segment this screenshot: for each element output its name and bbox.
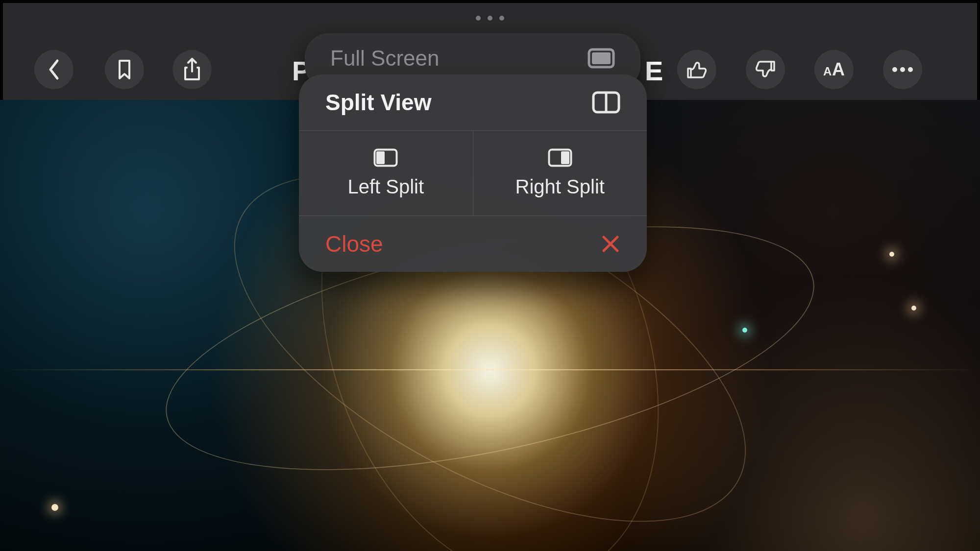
decorative-spark (911, 306, 916, 311)
dislike-button[interactable] (746, 50, 785, 89)
split-view-label: Split View (325, 89, 431, 116)
left-split-option[interactable]: Left Split (299, 131, 473, 216)
title-fragment: E (645, 55, 664, 87)
text-size-icon: A A (820, 60, 848, 79)
thumbs-down-icon (755, 59, 776, 80)
svg-rect-11 (376, 151, 385, 164)
right-split-icon (548, 148, 572, 167)
decorative-spark (742, 328, 747, 333)
bookmark-icon (117, 59, 132, 80)
multitasking-handle[interactable] (476, 16, 504, 21)
svg-rect-7 (592, 52, 611, 64)
ellipsis-icon (892, 67, 913, 72)
bookmark-button[interactable] (105, 50, 144, 89)
left-split-label: Left Split (347, 176, 424, 198)
full-screen-icon (588, 48, 615, 69)
close-label: Close (325, 231, 383, 257)
full-screen-label: Full Screen (330, 46, 440, 71)
split-view-option[interactable]: Split View (299, 74, 647, 131)
like-button[interactable] (677, 50, 716, 89)
right-split-label: Right Split (515, 176, 605, 198)
back-button[interactable] (34, 50, 74, 89)
split-options: Left Split Right Split (299, 131, 647, 216)
decorative-spark (51, 504, 58, 511)
svg-point-3 (892, 67, 897, 72)
thumbs-up-icon (686, 59, 708, 80)
decorative-spark (889, 252, 894, 257)
svg-text:A: A (832, 60, 845, 79)
chevron-left-icon (47, 59, 61, 80)
close-option[interactable]: Close (299, 216, 647, 272)
text-size-button[interactable]: A A (814, 50, 854, 89)
right-split-option[interactable]: Right Split (473, 131, 647, 216)
svg-rect-13 (561, 151, 569, 164)
more-button[interactable] (883, 50, 922, 89)
share-button[interactable] (172, 50, 212, 89)
share-icon (182, 58, 202, 81)
svg-point-4 (900, 67, 905, 72)
svg-text:A: A (823, 65, 832, 78)
split-view-icon (592, 91, 620, 114)
multitasking-menu: Split View Left Split Right Split Close (299, 74, 647, 272)
svg-point-5 (908, 67, 913, 72)
left-split-icon (373, 148, 398, 167)
close-icon (601, 234, 620, 254)
